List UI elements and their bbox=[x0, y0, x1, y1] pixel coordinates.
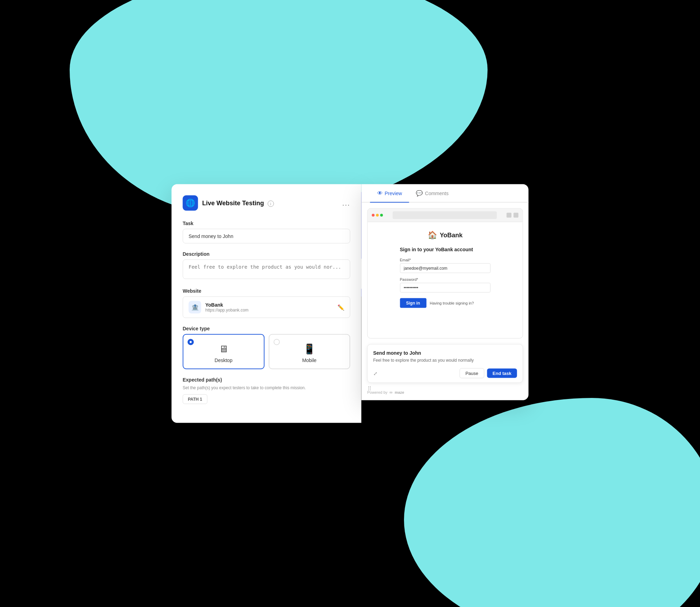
task-input[interactable] bbox=[183, 229, 350, 244]
task-overlay-actions: ⤢ Pause End task bbox=[373, 368, 517, 378]
end-task-button[interactable]: End task bbox=[487, 369, 517, 378]
yobank-trouble-link[interactable]: Having trouble signing in? bbox=[430, 301, 474, 305]
yobank-form-title: Sign in to your YoBank account bbox=[400, 247, 490, 252]
background-teal-top bbox=[70, 0, 488, 216]
website-url: https://app.yobank.com bbox=[205, 308, 249, 313]
maze-logo-text: maze bbox=[395, 390, 404, 394]
desktop-icon: 🖥 bbox=[219, 343, 228, 355]
description-label: Description bbox=[183, 251, 350, 257]
device-type-section: Device type 🖥 Desktop 📱 Mobile bbox=[183, 326, 350, 369]
yobank-logo-text: YoBank bbox=[440, 231, 463, 239]
panel-icon: 🌐 bbox=[183, 195, 198, 211]
task-label: Task bbox=[183, 221, 350, 226]
task-overlay-title: Send money to John bbox=[373, 350, 517, 356]
device-card-mobile[interactable]: 📱 Mobile bbox=[269, 334, 350, 369]
paths-description: Set the path(s) you expect testers to ta… bbox=[183, 385, 350, 390]
tab-preview-label: Preview bbox=[385, 190, 402, 196]
tab-comments[interactable]: 💬 Comments bbox=[409, 184, 456, 203]
website-logo: 🏦 bbox=[189, 301, 201, 314]
website-card: 🏦 YoBank https://app.yobank.com ✏️ bbox=[183, 297, 350, 318]
right-panel: 👁 Preview 💬 Comments bbox=[361, 184, 529, 400]
mobile-label: Mobile bbox=[302, 358, 317, 363]
comment-icon: 💬 bbox=[416, 190, 423, 197]
globe-icon: 🌐 bbox=[186, 199, 195, 208]
device-card-desktop[interactable]: 🖥 Desktop bbox=[183, 334, 265, 369]
powered-by-bar: Powered by ∞ maze bbox=[362, 389, 529, 400]
website-label: Website bbox=[183, 288, 350, 294]
more-menu-button[interactable]: ... bbox=[342, 199, 350, 207]
desktop-radio bbox=[188, 339, 194, 345]
task-overlay: Send money to John Feel free to explore … bbox=[367, 344, 523, 383]
info-icon[interactable]: i bbox=[267, 200, 274, 207]
pause-button[interactable]: Pause bbox=[459, 368, 484, 378]
mobile-icon: 📱 bbox=[303, 343, 316, 355]
desktop-label: Desktop bbox=[215, 358, 232, 363]
browser-ctrl-1 bbox=[507, 213, 512, 218]
close-dot bbox=[372, 214, 375, 217]
drag-handle[interactable]: ⠿ bbox=[367, 385, 372, 392]
website-section: Website 🏦 YoBank https://app.yobank.com … bbox=[183, 288, 350, 318]
mobile-radio bbox=[273, 339, 280, 345]
website-card-left: 🏦 YoBank https://app.yobank.com bbox=[189, 301, 249, 314]
path-1-tag[interactable]: PATH 1 bbox=[183, 394, 208, 404]
tab-preview[interactable]: 👁 Preview bbox=[370, 184, 409, 203]
website-name: YoBank bbox=[205, 302, 249, 308]
eye-icon: 👁 bbox=[377, 190, 383, 196]
task-section: Task bbox=[183, 221, 350, 244]
yobank-logo-icon: 🏠 bbox=[428, 231, 437, 240]
website-info: YoBank https://app.yobank.com bbox=[205, 302, 249, 313]
description-input[interactable] bbox=[183, 260, 350, 279]
task-overlay-desc: Feel free to explore the product as you … bbox=[373, 357, 517, 363]
browser-preview: 🏠 YoBank Sign in to your YoBank account … bbox=[367, 208, 523, 339]
yobank-logo: 🏠 YoBank bbox=[428, 231, 463, 240]
yobank-email-input[interactable] bbox=[400, 263, 490, 273]
description-section: Description bbox=[183, 251, 350, 281]
task-overlay-buttons: Pause End task bbox=[459, 368, 517, 378]
expected-paths-label: Expected path(s) bbox=[183, 377, 350, 383]
main-container: 🌐 Live Website Testing i ... Task Descri… bbox=[172, 184, 529, 423]
browser-traffic-lights bbox=[372, 214, 383, 217]
minimize-dot bbox=[376, 214, 379, 217]
password-label: Password* bbox=[400, 277, 490, 282]
panel-header: 🌐 Live Website Testing i ... bbox=[183, 195, 350, 211]
task-overlay-left: ⤢ bbox=[373, 370, 378, 376]
panel-title: Live Website Testing bbox=[202, 199, 264, 206]
yobank-form: Sign in to your YoBank account Email* Pa… bbox=[400, 247, 490, 308]
browser-ctrl-2 bbox=[514, 213, 519, 218]
browser-address-bar[interactable] bbox=[393, 212, 497, 219]
expected-paths-section: Expected path(s) Set the path(s) you exp… bbox=[183, 377, 350, 404]
left-panel: 🌐 Live Website Testing i ... Task Descri… bbox=[172, 184, 361, 423]
expand-dot bbox=[380, 214, 383, 217]
tab-comments-label: Comments bbox=[425, 190, 449, 196]
yobank-signin-button[interactable]: Sign in bbox=[400, 298, 426, 308]
browser-chrome bbox=[368, 209, 523, 222]
yobank-actions: Sign in Having trouble signing in? bbox=[400, 298, 490, 308]
panel-header-left: 🌐 Live Website Testing i bbox=[183, 195, 274, 211]
yobank-password-input[interactable] bbox=[400, 283, 490, 293]
email-label: Email* bbox=[400, 258, 490, 262]
tabs-bar: 👁 Preview 💬 Comments bbox=[362, 184, 529, 203]
background-teal-bottom-right bbox=[404, 398, 700, 607]
browser-controls bbox=[507, 213, 519, 218]
device-options: 🖥 Desktop 📱 Mobile bbox=[183, 334, 350, 369]
panel-title-group: Live Website Testing i bbox=[202, 199, 274, 207]
yobank-content: 🏠 YoBank Sign in to your YoBank account … bbox=[368, 222, 523, 316]
device-type-label: Device type bbox=[183, 326, 350, 331]
edit-icon[interactable]: ✏️ bbox=[337, 304, 344, 310]
expand-icon[interactable]: ⤢ bbox=[373, 370, 378, 376]
